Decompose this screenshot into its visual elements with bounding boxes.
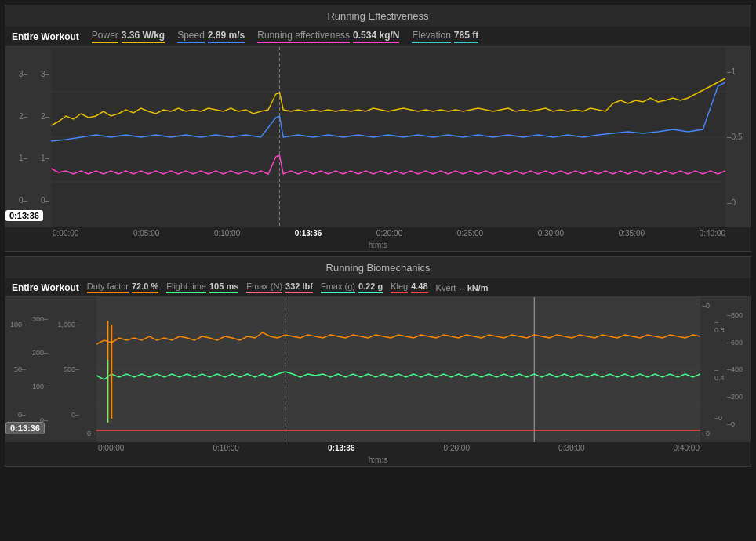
panel2-cursor-label: 0:13:36: [5, 422, 45, 434]
panel2-metrics-bar: Entire Workout Duty factor 72.0 % Flight…: [5, 278, 751, 297]
panel2-entire-workout[interactable]: Entire Workout: [12, 282, 79, 293]
panel2-y-axis-right1: –800 –600 –400 –200 –0: [725, 297, 749, 442]
panel2-kleg-label: Kleg: [391, 281, 408, 293]
panel2-x-label: h:m:s: [5, 454, 751, 466]
panel2-duty-metric: Duty factor 72.0 %: [87, 281, 158, 293]
panel2-fmaxn-value: 332 lbf: [285, 281, 313, 293]
panel2-fmaxn-metric: Fmax (N) 332 lbf: [246, 281, 313, 293]
panel2-fmaxg-value: 0.22 g: [358, 281, 383, 293]
panel1-re-value: 0.534 kg/N: [353, 30, 399, 43]
panel1-cursor-label: 0:13:36: [5, 210, 43, 221]
panel1-elevation-value: 785 ft: [454, 30, 478, 43]
panel1-metrics-bar: Entire Workout Power 3.36 W/kg Speed 2.8…: [5, 27, 751, 47]
panel2-y-axis-col2: 300– 200– 100– 0–: [27, 297, 49, 442]
panel1-y-axis-right: –1 –0.5 –0: [725, 47, 749, 227]
panel1-re-metric: Running effectiveness 0.534 kg/N: [257, 30, 399, 43]
panel1-elevation-label: Elevation: [412, 30, 450, 43]
panel2-duty-label: Duty factor: [87, 281, 129, 293]
panel1-x-axis: 0:00:00 0:05:00 0:10:00 0:13:36 0:20:00 …: [5, 227, 751, 239]
panel1-x-label: h:m:s: [5, 239, 751, 251]
panel2-y-axis-col4: 0–: [81, 297, 96, 442]
panel2-fmaxg-label: Fmax (g): [321, 281, 355, 293]
panel1-speed-label: Speed: [177, 30, 205, 43]
svg-rect-6: [96, 297, 700, 442]
panel1-elevation-metric: Elevation 785 ft: [412, 30, 478, 43]
panel1-speed-metric: Speed 2.89 m/s: [177, 30, 245, 43]
panel2-flight-label: Flight time: [166, 281, 206, 293]
panel1-speed-value: 2.89 m/s: [208, 30, 245, 43]
panel2-chart-svg: [96, 297, 700, 442]
panel2-kvert-label: Kvert: [436, 283, 456, 292]
panel2-fmaxn-label: Fmax (N): [246, 281, 282, 293]
panel1-power-label: Power: [92, 30, 118, 43]
panel2-y-axis-right2: –0.8 –0.4 –0: [713, 297, 729, 442]
panel2-flight-metric: Flight time 105 ms: [166, 281, 238, 293]
panel2-duty-value: 72.0 %: [132, 281, 158, 293]
panel1-power-metric: Power 3.36 W/kg: [92, 30, 165, 43]
panel1-y-axis-left: 3– 2– 1– 0–: [7, 47, 29, 227]
panel1-entire-workout[interactable]: Entire Workout: [12, 31, 79, 42]
panel2-y-axis-col3: 1,000– 500– 0–: [51, 297, 81, 442]
panel1-re-label: Running effectiveness: [257, 30, 350, 43]
panel1-chart[interactable]: 3– 2– 1– 0– 3– 2– 1– 0– –1 –0.5 –0: [5, 47, 751, 227]
panel2-kvert-metric: Kvert -- kN/m: [436, 283, 489, 292]
panel-running-effectiveness: Running Effectiveness Entire Workout Pow…: [5, 5, 751, 252]
panel2-chart[interactable]: 100– 50– 0– 300– 200– 100– 0– 1,000– 500…: [5, 297, 751, 442]
panel2-kleg-value: 4.48: [411, 281, 427, 293]
panel2-y-axis-right3: –0 –0: [700, 297, 713, 442]
panel2-x-axis: 0:00:00 0:10:00 0:13:36 0:20:00 0:30:00 …: [5, 442, 751, 454]
panel2-kleg-metric: Kleg 4.48: [391, 281, 427, 293]
panel-running-biomechanics: Running Biomechanics Entire Workout Duty…: [5, 256, 751, 467]
panel2-y-axis-col1: 100– 50– 0–: [5, 297, 27, 442]
panel2-kvert-value: -- kN/m: [459, 283, 488, 292]
panel1-power-value: 3.36 W/kg: [122, 30, 165, 43]
panel2-fmaxg-metric: Fmax (g) 0.22 g: [321, 281, 383, 293]
panel2-title: Running Biomechanics: [5, 257, 751, 278]
panel1-y-axis-left2: 3– 2– 1– 0–: [29, 47, 51, 227]
panel1-chart-svg: [51, 47, 725, 227]
panel2-flight-value: 105 ms: [209, 281, 238, 293]
panel1-title: Running Effectiveness: [5, 5, 751, 27]
